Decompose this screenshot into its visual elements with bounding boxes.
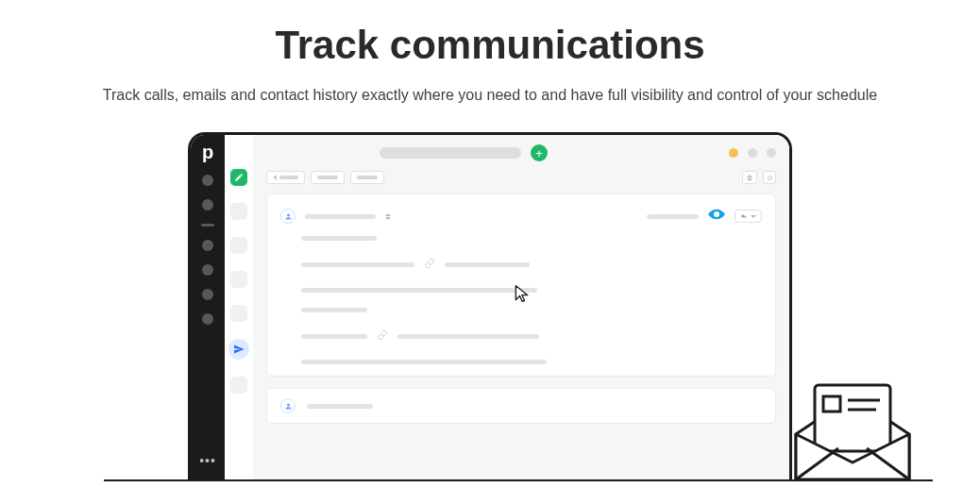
gear-icon (768, 176, 772, 180)
status-dot (748, 148, 757, 158)
paper-plane-icon (233, 344, 245, 355)
status-dot-warning (729, 148, 738, 158)
sub-nav-item[interactable] (230, 271, 247, 288)
more-icon[interactable]: ••• (199, 453, 216, 468)
toolbar-chip[interactable] (311, 171, 345, 184)
toolbar-chip[interactable] (350, 171, 384, 184)
person-icon (280, 209, 296, 224)
reply-button[interactable] (735, 210, 762, 223)
nav-separator (201, 224, 214, 227)
sort-button[interactable] (742, 171, 757, 184)
app-window: p ••• + (188, 132, 792, 481)
chevron-up-icon (747, 175, 752, 177)
hero-title: Track communications (0, 23, 980, 68)
sub-nav-item[interactable] (230, 377, 247, 394)
nav-item[interactable] (202, 199, 213, 210)
compose-row[interactable] (266, 388, 776, 424)
nav-sidebar: p ••• (191, 135, 225, 481)
nav-item[interactable] (202, 240, 213, 251)
nav-item[interactable] (202, 175, 213, 186)
back-button[interactable] (266, 171, 305, 184)
hero-subtitle: Track calls, emails and contact history … (0, 87, 980, 104)
nav-item[interactable] (202, 264, 213, 276)
expand-icon[interactable] (385, 213, 391, 220)
mail-illustration (782, 368, 923, 481)
sub-nav-item[interactable] (230, 203, 247, 220)
link-icon (377, 328, 388, 344)
settings-button[interactable] (763, 171, 776, 184)
chevron-left-icon (273, 175, 277, 180)
compose-button[interactable] (230, 169, 247, 186)
add-button[interactable]: + (531, 144, 548, 161)
pencil-icon (234, 173, 244, 182)
svg-point-0 (716, 213, 718, 216)
chevron-down-icon (751, 215, 756, 218)
message-card (266, 193, 776, 377)
eye-icon (708, 206, 725, 227)
send-button[interactable] (228, 339, 249, 360)
illustration-stage: p ••• + (0, 132, 980, 481)
sub-sidebar (225, 135, 253, 481)
main-pane: + (253, 135, 789, 481)
cursor-icon (513, 284, 532, 307)
topbar: + (266, 144, 776, 161)
chevron-down-icon (747, 178, 752, 181)
link-icon (424, 256, 435, 273)
reply-icon (740, 212, 748, 220)
nav-item[interactable] (202, 313, 213, 325)
person-icon (280, 398, 296, 413)
toolbar (266, 171, 776, 184)
sub-nav-item[interactable] (230, 237, 247, 254)
logo-icon: p (202, 143, 213, 161)
status-dot (767, 148, 776, 158)
nav-item[interactable] (202, 289, 213, 300)
search-input[interactable] (380, 147, 521, 159)
sub-nav-item[interactable] (230, 305, 247, 322)
